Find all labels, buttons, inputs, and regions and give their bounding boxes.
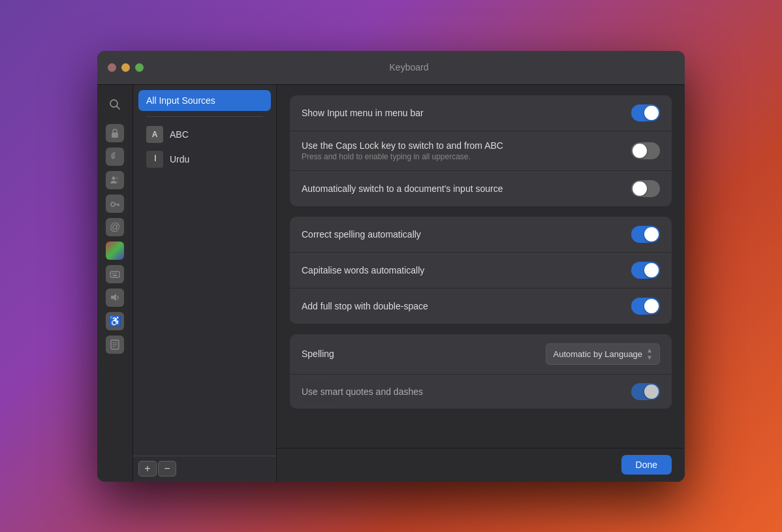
spelling-group: Spelling Automatic by Language ▲ ▼ Use s… — [290, 334, 672, 409]
remove-source-button[interactable]: − — [158, 461, 176, 477]
main-window: Keyboard — [97, 51, 685, 482]
capitalise-words-toggle[interactable] — [631, 262, 660, 279]
list-item[interactable]: A ABC — [138, 122, 271, 147]
input-sources-list: All Input Sources A ABC ا Urdu — [133, 85, 276, 456]
svg-rect-9 — [110, 272, 119, 277]
traffic-lights — [108, 63, 144, 72]
abc-label: ABC — [170, 129, 189, 140]
close-button[interactable] — [108, 63, 116, 72]
list-item[interactable]: ا Urdu — [138, 147, 271, 172]
main-content: @ ♿ — [97, 85, 685, 482]
sidebar-item-users[interactable] — [106, 171, 124, 189]
capitalise-words-label: Capitalise words automatically — [302, 265, 631, 275]
svg-line-1 — [117, 106, 120, 109]
spelling-dropdown-value: Automatic by Language — [553, 349, 642, 359]
smart-quotes-toggle[interactable] — [631, 383, 660, 400]
window-title: Keyboard — [144, 62, 674, 72]
list-divider — [146, 116, 263, 117]
settings-bottom-bar: Done — [277, 448, 685, 482]
sidebar-item-at[interactable]: @ — [106, 218, 124, 236]
maximize-button[interactable] — [135, 63, 144, 72]
text-correction-group: Correct spelling automatically Capitalis… — [290, 217, 672, 324]
sidebar-item-accessibility[interactable]: ♿ — [106, 312, 124, 330]
sidebar-item-color[interactable] — [106, 242, 124, 260]
smart-quotes-label: Use smart quotes and dashes — [302, 386, 631, 397]
auto-switch-label: Automatically switch to a document's inp… — [302, 183, 631, 194]
auto-switch-row: Automatically switch to a document's inp… — [290, 171, 672, 206]
sidebar-item-keyboard[interactable] — [106, 265, 124, 283]
correct-spelling-label: Correct spelling automatically — [302, 229, 631, 240]
all-input-sources-item[interactable]: All Input Sources — [138, 90, 271, 111]
correct-spelling-row: Correct spelling automatically — [290, 217, 672, 253]
smart-quotes-row: Use smart quotes and dashes — [290, 375, 672, 409]
full-stop-label: Add full stop with double-space — [302, 301, 631, 311]
caps-lock-label: Use the Caps Lock key to switch to and f… — [302, 140, 631, 151]
sidebar-item-lock[interactable] — [106, 124, 124, 142]
full-stop-toggle[interactable] — [631, 298, 660, 315]
settings-scroll-area: Show Input menu in menu bar Use the Caps… — [277, 85, 685, 448]
caps-lock-row: Use the Caps Lock key to switch to and f… — [290, 131, 672, 171]
sidebar-item-password[interactable] — [106, 195, 124, 213]
svg-point-3 — [112, 176, 116, 180]
minimize-button[interactable] — [121, 63, 130, 72]
urdu-label: Urdu — [170, 154, 189, 164]
sidebar-item-sound[interactable] — [106, 289, 124, 307]
sidebar-icons: @ ♿ — [97, 85, 133, 482]
show-input-menu-toggle[interactable] — [631, 104, 660, 121]
spelling-dropdown-row: Spelling Automatic by Language ▲ ▼ — [290, 334, 672, 375]
svg-rect-2 — [112, 133, 118, 138]
input-sources-panel: All Input Sources A ABC ا Urdu + − — [133, 85, 277, 482]
spelling-label: Spelling — [302, 349, 546, 359]
full-stop-row: Add full stop with double-space — [290, 289, 672, 324]
dropdown-arrows-icon: ▲ ▼ — [646, 347, 653, 361]
caps-lock-sublabel: Press and hold to enable typing in all u… — [302, 152, 631, 161]
correct-spelling-toggle[interactable] — [631, 226, 660, 243]
search-icon[interactable] — [103, 93, 127, 116]
done-button[interactable]: Done — [621, 455, 672, 475]
auto-switch-toggle[interactable] — [631, 180, 660, 197]
show-input-menu-label: Show Input menu in menu bar — [302, 108, 631, 118]
svg-point-4 — [116, 177, 119, 180]
input-menu-group: Show Input menu in menu bar Use the Caps… — [290, 95, 672, 206]
urdu-icon: ا — [146, 151, 163, 168]
add-source-button[interactable]: + — [138, 461, 157, 477]
capitalise-words-row: Capitalise words automatically — [290, 253, 672, 289]
spelling-dropdown[interactable]: Automatic by Language ▲ ▼ — [546, 343, 660, 365]
show-input-menu-row: Show Input menu in menu bar — [290, 95, 672, 131]
title-bar: Keyboard — [97, 51, 685, 85]
panel-bottom-bar: + − — [133, 456, 276, 482]
svg-marker-14 — [111, 294, 116, 301]
sidebar-item-file[interactable] — [106, 336, 124, 354]
abc-icon: A — [146, 126, 163, 143]
settings-panel: Show Input menu in menu bar Use the Caps… — [277, 85, 685, 482]
caps-lock-toggle[interactable] — [631, 142, 660, 159]
sidebar-item-fingerprint[interactable] — [106, 148, 124, 166]
